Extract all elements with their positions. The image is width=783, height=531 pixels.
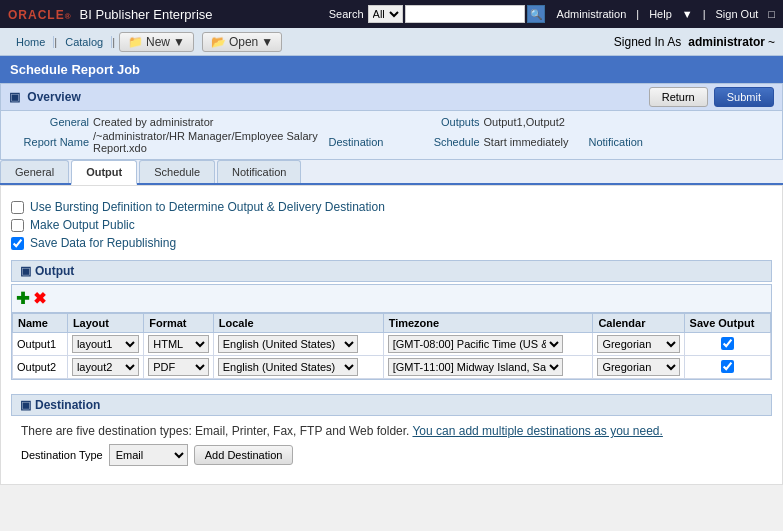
- save-data-checkbox-row: Save Data for Republishing: [11, 236, 772, 250]
- cell-calendar-1: Gregorian: [593, 333, 684, 356]
- folder-icon: 📁: [128, 35, 143, 49]
- overview-grid: General Created by administrator Outputs…: [1, 111, 782, 159]
- add-destination-button[interactable]: Add Destination: [194, 445, 294, 465]
- add-multiple-link[interactable]: You can add multiple destinations as you…: [412, 424, 662, 438]
- oracle-logo: ORACLE®: [8, 6, 72, 22]
- cell-save-1: [684, 333, 770, 356]
- col-layout: Layout: [67, 314, 143, 333]
- save-data-checkbox[interactable]: [11, 237, 24, 250]
- cell-locale-2: English (United States): [213, 356, 383, 379]
- top-bar: ORACLE® BI Publisher Enterprise Search A…: [0, 0, 783, 28]
- destination-section-title: ▣ Destination: [11, 394, 772, 416]
- bi-publisher-title: BI Publisher Enterprise: [80, 7, 213, 22]
- output-section: ▣ Output ✚ ✖ Name Layout Format Locale T…: [11, 260, 772, 380]
- destination-type-select[interactable]: Email Printer Fax FTP Web folder: [109, 444, 188, 466]
- save-data-label: Save Data for Republishing: [30, 236, 176, 250]
- bursting-checkbox[interactable]: [11, 201, 24, 214]
- destination-section: ▣ Destination There are five destination…: [11, 394, 772, 466]
- destination-type-label: Destination Type: [21, 449, 103, 461]
- overview-report-row: Report Name /~administrator/HR Manager/E…: [1, 129, 392, 155]
- cell-save-2: [684, 356, 770, 379]
- chevron-down-icon2: ▼: [261, 35, 273, 49]
- cell-format-1: HTML PDF: [144, 333, 214, 356]
- overview-toggle[interactable]: ▣: [9, 90, 20, 104]
- table-header-row: Name Layout Format Locale Timezone Calen…: [13, 314, 771, 333]
- col-locale: Locale: [213, 314, 383, 333]
- destination-type-row: Destination Type Email Printer Fax FTP W…: [21, 444, 772, 466]
- col-name: Name: [13, 314, 68, 333]
- tab-notification[interactable]: Notification: [217, 160, 301, 183]
- cell-timezone-1: [GMT-08:00] Pacific Time (US & Can: [383, 333, 593, 356]
- save-checkbox-2[interactable]: [721, 360, 734, 373]
- tab-schedule[interactable]: Schedule: [139, 160, 215, 183]
- cell-timezone-2: [GMT-11:00] Midway Island, Samoa: [383, 356, 593, 379]
- new-button[interactable]: 📁 New ▼: [119, 32, 194, 52]
- catalog-link[interactable]: Catalog: [57, 36, 112, 48]
- nav-bar: Home | Catalog | 📁 New ▼ 📂 Open ▼ Signed…: [0, 28, 783, 56]
- signed-in-label: Signed In As administrator ~: [614, 35, 775, 49]
- add-row-button[interactable]: ✚: [16, 289, 29, 308]
- search-button[interactable]: 🔍: [527, 5, 545, 23]
- home-link[interactable]: Home: [8, 36, 54, 48]
- save-checkbox-1[interactable]: [721, 337, 734, 350]
- col-save-output: Save Output: [684, 314, 770, 333]
- overview-title: ▣ Overview Return Submit: [1, 84, 782, 111]
- window-controls[interactable]: □: [768, 8, 775, 20]
- bursting-checkbox-row: Use Bursting Definition to Determine Out…: [11, 200, 772, 214]
- cell-locale-1: English (United States): [213, 333, 383, 356]
- col-calendar: Calendar: [593, 314, 684, 333]
- bursting-label: Use Bursting Definition to Determine Out…: [30, 200, 385, 214]
- destination-toggle[interactable]: ▣: [20, 398, 31, 412]
- output-toggle[interactable]: ▣: [20, 264, 31, 278]
- cell-layout-1: layout1: [67, 333, 143, 356]
- tab-general[interactable]: General: [0, 160, 69, 183]
- cell-name-1: Output1: [13, 333, 68, 356]
- overview-general-row: General Created by administrator: [1, 115, 392, 129]
- layout-select-1[interactable]: layout1: [72, 335, 139, 353]
- locale-select-2[interactable]: English (United States): [218, 358, 358, 376]
- destination-info: There are five destination types: Email,…: [21, 424, 772, 438]
- cell-name-2: Output2: [13, 356, 68, 379]
- search-scope-select[interactable]: All: [368, 5, 403, 23]
- format-select-1[interactable]: HTML PDF: [148, 335, 209, 353]
- output-toolbar: ✚ ✖: [12, 285, 771, 313]
- content-area: Use Bursting Definition to Determine Out…: [0, 185, 783, 485]
- search-label: Search: [329, 8, 364, 20]
- calendar-select-2[interactable]: Gregorian: [597, 358, 679, 376]
- make-public-checkbox-row: Make Output Public: [11, 218, 772, 232]
- schedule-header: Schedule Report Job: [0, 56, 783, 83]
- cell-layout-2: layout2: [67, 356, 143, 379]
- delete-row-button[interactable]: ✖: [33, 289, 46, 308]
- help-link[interactable]: Help: [649, 8, 672, 20]
- chevron-down-icon: ▼: [173, 35, 185, 49]
- timezone-select-1[interactable]: [GMT-08:00] Pacific Time (US & Can: [388, 335, 563, 353]
- table-row: Output1 layout1 HTML PDF: [13, 333, 771, 356]
- col-timezone: Timezone: [383, 314, 593, 333]
- overview-outputs-row: Outputs Output1,Output2: [392, 115, 783, 129]
- administration-link[interactable]: Administration: [557, 8, 627, 20]
- table-row: Output2 layout2 PDF HTML: [13, 356, 771, 379]
- submit-button[interactable]: Submit: [714, 87, 774, 107]
- output-section-title: ▣ Output: [11, 260, 772, 282]
- open-folder-icon: 📂: [211, 35, 226, 49]
- col-format: Format: [144, 314, 214, 333]
- search-input[interactable]: [405, 5, 525, 23]
- output-table-container: ✚ ✖ Name Layout Format Locale Timezone C…: [11, 284, 772, 380]
- return-button[interactable]: Return: [649, 87, 708, 107]
- sign-out-link[interactable]: Sign Out: [716, 8, 759, 20]
- tab-output[interactable]: Output: [71, 160, 137, 185]
- layout-select-2[interactable]: layout2: [72, 358, 139, 376]
- cell-format-2: PDF HTML: [144, 356, 214, 379]
- overview-section: ▣ Overview Return Submit General Created…: [0, 83, 783, 160]
- calendar-select-1[interactable]: Gregorian: [597, 335, 679, 353]
- overview-schedule-row: Schedule Start immediately Notification: [392, 129, 783, 155]
- output-table: Name Layout Format Locale Timezone Calen…: [12, 313, 771, 379]
- format-select-2[interactable]: PDF HTML: [148, 358, 209, 376]
- tabs-bar: General Output Schedule Notification: [0, 160, 783, 185]
- open-button[interactable]: 📂 Open ▼: [202, 32, 282, 52]
- cell-calendar-2: Gregorian: [593, 356, 684, 379]
- make-public-label: Make Output Public: [30, 218, 135, 232]
- locale-select-1[interactable]: English (United States): [218, 335, 358, 353]
- make-public-checkbox[interactable]: [11, 219, 24, 232]
- timezone-select-2[interactable]: [GMT-11:00] Midway Island, Samoa: [388, 358, 563, 376]
